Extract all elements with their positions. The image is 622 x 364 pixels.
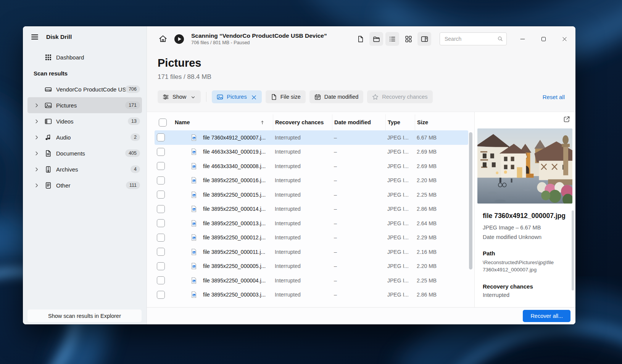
resume-scan-button[interactable] xyxy=(174,34,184,44)
count-badge: 2 xyxy=(131,133,140,141)
type-cell: JPEG I... xyxy=(385,249,415,255)
filter-chip-recovery-chances[interactable]: Recovery chances xyxy=(367,90,432,103)
row-checkbox[interactable] xyxy=(157,219,165,227)
sidebar-item-device[interactable]: VendorCo ProductCode US... 706 xyxy=(27,81,142,97)
table-row[interactable]: file 3895x2250_000015.j... Interrupted –… xyxy=(155,188,468,202)
column-header-size[interactable]: Size xyxy=(415,114,474,130)
filter-chip-file-size[interactable]: File size xyxy=(266,90,306,103)
bottom-bar: Recover all... xyxy=(147,307,575,324)
type-cell: JPEG I... xyxy=(385,149,415,155)
close-small-icon[interactable] xyxy=(251,94,257,100)
home-button[interactable] xyxy=(158,34,168,43)
row-checkbox[interactable] xyxy=(157,248,165,256)
row-checkbox[interactable] xyxy=(157,148,165,156)
table-row[interactable]: file 3895x2250_000005.j... Interrupted –… xyxy=(155,259,468,274)
preview-photo[interactable] xyxy=(477,128,572,204)
row-checkbox[interactable] xyxy=(157,234,165,242)
sidebar-item-videos[interactable]: Videos 13 xyxy=(27,113,142,129)
panel-scrollbar[interactable] xyxy=(572,210,574,290)
chevron-right-icon xyxy=(34,166,40,173)
preview-details: file 7360x4912_000007.jpg JPEG Image – 6… xyxy=(475,212,575,298)
close-icon xyxy=(562,36,567,42)
sort-ascending-icon xyxy=(259,120,265,125)
search-icon xyxy=(497,36,503,42)
toolbar-button-new-file-icon[interactable] xyxy=(353,32,367,46)
preview-path-label: Path xyxy=(483,250,567,257)
filter-chip-pictures[interactable]: Pictures xyxy=(212,90,261,103)
table-row[interactable]: file 4663x3340_000019.j... Interrupted –… xyxy=(155,145,468,159)
search-input[interactable] xyxy=(445,36,497,42)
table-row[interactable]: file 3895x2250_000013.j... Interrupted –… xyxy=(155,216,468,231)
file-size-icon xyxy=(271,94,277,100)
type-cell: JPEG I... xyxy=(385,135,415,141)
close-button[interactable] xyxy=(559,33,570,45)
type-cell: JPEG I... xyxy=(385,192,415,198)
recover-all-button[interactable]: Recover all... xyxy=(523,310,570,322)
table-scrollbar[interactable] xyxy=(469,132,472,269)
file-name: file 3895x2250_000013.j... xyxy=(203,220,266,226)
sidebar-item-dashboard[interactable]: Dashboard xyxy=(27,49,142,65)
sidebar: Disk Drill Dashboard Scan results Vendor… xyxy=(23,26,147,324)
minimize-button[interactable] xyxy=(517,33,528,45)
reset-all-link[interactable]: Reset all xyxy=(543,94,565,100)
column-header-recovery-chances[interactable]: Recovery chances xyxy=(273,114,332,130)
count-badge: 13 xyxy=(128,117,140,125)
sidebar-item-other[interactable]: Other 111 xyxy=(27,177,142,193)
row-checkbox[interactable] xyxy=(157,262,165,270)
row-checkbox[interactable] xyxy=(157,205,165,213)
row-checkbox[interactable] xyxy=(157,276,165,284)
table-row[interactable]: file 3895x2250_000016.j... Interrupted –… xyxy=(155,173,468,188)
show-filter-button[interactable]: Show xyxy=(158,90,201,103)
size-cell: 2.86 MB xyxy=(415,292,468,298)
preview-panel-icon xyxy=(421,35,428,43)
hamburger-menu-button[interactable] xyxy=(31,33,39,41)
file-table: Name Recovery chances Date modified Type… xyxy=(147,112,474,307)
row-checkbox[interactable] xyxy=(157,176,165,184)
row-checkbox[interactable] xyxy=(157,291,165,299)
drive-icon xyxy=(45,86,52,93)
sidebar-item-archives[interactable]: Archives 4 xyxy=(27,161,142,177)
select-all-checkbox[interactable] xyxy=(159,119,167,127)
show-in-explorer-button[interactable]: Show scan results in Explorer xyxy=(27,309,142,322)
file-name: file 3895x2250_000015.j... xyxy=(203,192,266,198)
recovery-chance-cell: Interrupted xyxy=(273,206,332,212)
column-header-type[interactable]: Type xyxy=(385,114,415,130)
size-cell: 6.67 MB xyxy=(415,135,468,141)
jpeg-file-icon xyxy=(190,134,197,141)
row-checkbox[interactable] xyxy=(157,191,165,199)
table-row[interactable]: file 3895x2250_000003.j... Interrupted –… xyxy=(155,288,468,302)
row-checkbox[interactable] xyxy=(157,162,165,170)
toolbar-button-list-view-icon[interactable] xyxy=(385,32,399,46)
table-row[interactable]: file 3895x2250_000012.j... Interrupted –… xyxy=(155,231,468,245)
table-row[interactable]: file 3895x2250_000011.j... Interrupted –… xyxy=(155,245,468,259)
grid-view-icon xyxy=(405,35,412,43)
table-row[interactable]: file 4663x3340_000008.j... Interrupted –… xyxy=(155,159,468,173)
size-cell: 2.25 MB xyxy=(415,277,468,284)
column-header-date-modified[interactable]: Date modified xyxy=(332,114,385,130)
open-preview-window-button[interactable] xyxy=(563,115,570,123)
sidebar-item-pictures[interactable]: Pictures 171 xyxy=(27,97,142,113)
type-cell: JPEG I... xyxy=(385,263,415,269)
column-header-name[interactable]: Name xyxy=(173,114,273,130)
count-badge: 706 xyxy=(125,85,140,93)
date-modified-cell: – xyxy=(332,149,385,155)
toolbar-button-folder-icon[interactable] xyxy=(369,32,383,46)
preview-recovery-value: Interrupted xyxy=(483,292,567,298)
file-name: file 3895x2250_000004.j... xyxy=(203,277,266,284)
table-row[interactable]: file 3895x2250_000014.j... Interrupted –… xyxy=(155,202,468,216)
sidebar-item-audio[interactable]: Audio 2 xyxy=(27,129,142,145)
filter-chip-date-modified[interactable]: Date modified xyxy=(309,90,363,103)
recovery-chance-cell: Interrupted xyxy=(273,163,332,169)
toolbar-button-preview-panel-icon[interactable] xyxy=(417,32,431,46)
toolbar-button-grid-view-icon[interactable] xyxy=(401,32,415,46)
sidebar-item-documents[interactable]: Documents 405 xyxy=(27,145,142,161)
type-cell: JPEG I... xyxy=(385,292,415,298)
filter-separator xyxy=(206,92,206,102)
row-checkbox[interactable] xyxy=(157,133,165,141)
jpeg-file-icon xyxy=(190,249,197,255)
table-row[interactable]: file 3895x2250_000004.j... Interrupted –… xyxy=(155,273,468,288)
table-row[interactable]: file 7360x4912_000007.j... Interrupted –… xyxy=(155,130,468,145)
recovery-chance-cell: Interrupted xyxy=(273,277,332,284)
maximize-button[interactable] xyxy=(538,33,549,45)
scan-results-heading: Scan results xyxy=(23,65,147,81)
